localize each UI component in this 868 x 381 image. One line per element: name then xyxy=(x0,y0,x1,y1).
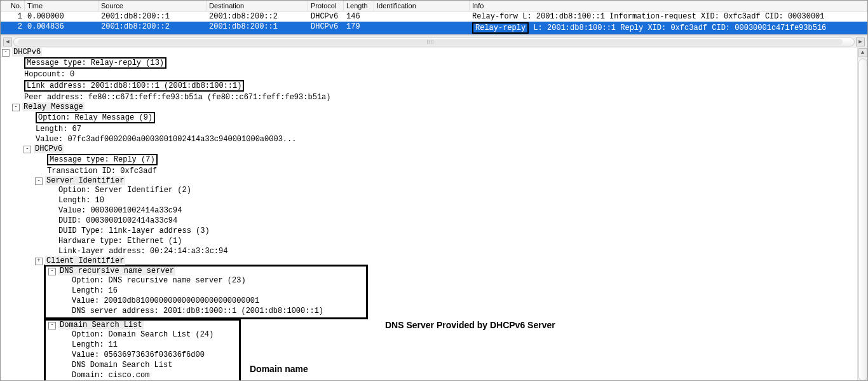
packet-row[interactable]: 1 0.000000 2001:db8:200::1 2001:db8:200:… xyxy=(1,11,867,22)
tree-item[interactable]: DUID Type: link-layer address (3) xyxy=(58,226,210,236)
scroll-left-icon[interactable]: ◀ xyxy=(3,38,12,46)
tree-toggle-icon[interactable]: - xyxy=(24,146,31,153)
cell-time: 0.000000 xyxy=(25,11,98,22)
cell-time: 0.004836 xyxy=(25,22,98,34)
annotation-dns-server: DNS Server Provided by DHCPv6 Server xyxy=(385,320,555,330)
column-header-identification[interactable]: Identification xyxy=(374,1,470,11)
tree-item[interactable]: DNS server address: 2001:db8:1000::1 (20… xyxy=(71,306,324,316)
column-header-source[interactable]: Source xyxy=(98,1,207,11)
tree-item[interactable]: Option: Domain Search List (24) xyxy=(71,329,214,340)
tree-item[interactable]: Value: 00030001002414a33c94 xyxy=(58,205,182,216)
scroll-right-icon[interactable]: ▶ xyxy=(856,38,865,46)
info-highlight-box: Relay-reply xyxy=(472,22,529,34)
scroll-track[interactable] xyxy=(13,38,855,46)
highlight-big-box-domain-search-list: - Domain Search List Option: Domain Sear… xyxy=(44,319,241,381)
column-header-no[interactable]: No. xyxy=(1,1,25,11)
cell-info: Relay-reply L: 2001:db8:100::1 Reply XID… xyxy=(470,22,867,34)
highlight-box: Message type: Relay-reply (13) xyxy=(24,57,166,69)
cell-identification xyxy=(374,11,470,22)
cell-protocol: DHCPv6 xyxy=(308,11,344,22)
tree-item-message-type[interactable]: Message type: Relay-reply (13) xyxy=(24,57,167,69)
tree-item-option[interactable]: Option: Relay Message (9) xyxy=(35,111,156,124)
cell-length: 146 xyxy=(344,11,374,22)
tree-toggle-icon[interactable]: - xyxy=(35,177,43,185)
highlight-box: Option: Relay Message (9) xyxy=(36,112,155,123)
tree-item-message-type[interactable]: Message type: Reply (7) xyxy=(46,153,158,166)
tree-item-client-identifier[interactable]: Client Identifier xyxy=(45,256,125,265)
cell-destination: 2001:db8:200::1 xyxy=(207,22,308,34)
scroll-track[interactable] xyxy=(858,59,867,381)
cell-no: 1 xyxy=(1,11,25,22)
tree-toggle-icon[interactable]: - xyxy=(2,49,10,57)
packet-list: No. Time Source Destination Protocol Len… xyxy=(1,1,867,35)
scroll-thumb[interactable] xyxy=(18,39,843,45)
tree-item[interactable]: Hardware type: Ethernet (1) xyxy=(58,236,182,246)
tree-toggle-icon[interactable]: + xyxy=(35,258,43,265)
tree-item[interactable]: Length: 10 xyxy=(58,195,105,205)
cell-length: 179 xyxy=(344,22,374,34)
tree-toggle-icon[interactable]: - xyxy=(48,322,56,329)
tree-item-server-identifier[interactable]: Server Identifier xyxy=(45,176,125,185)
tree-toggle-icon[interactable]: - xyxy=(48,268,56,275)
tree-item[interactable]: Option: DNS recursive name server (23) xyxy=(71,275,247,286)
packet-details-pane: - DHCPv6 Message type: Relay-reply (13) … xyxy=(1,48,867,381)
tree-item[interactable]: Length: 16 xyxy=(71,286,118,296)
tree-item[interactable]: DNS Domain Search List xyxy=(71,360,173,370)
cell-source: 2001:db8:200::2 xyxy=(98,22,207,34)
cell-no: 2 xyxy=(1,22,25,34)
tree-item[interactable]: Value: 05636973636f03636f6d00 xyxy=(71,350,205,360)
column-header-protocol[interactable]: Protocol xyxy=(308,1,344,11)
tree-item[interactable]: Option: Server Identifier (2) xyxy=(58,185,192,195)
cell-destination: 2001:db8:200::2 xyxy=(207,11,308,22)
annotation-domain-name: Domain name xyxy=(250,364,308,374)
highlight-big-box-dns: - DNS recursive name server Option: DNS … xyxy=(44,265,368,319)
tree-item-link-address[interactable]: Link address: 2001:db8:100::1 (2001:db8:… xyxy=(24,80,245,92)
tree-item-dhcpv6-inner[interactable]: DHCPv6 xyxy=(34,144,64,153)
tree-item-peer-address[interactable]: Peer address: fe80::c671:feff:fe93:b51a … xyxy=(24,92,331,102)
tree-item[interactable]: Length: 11 xyxy=(71,340,118,350)
info-text: L: 2001:db8:100::1 Reply XID: 0xfc3adf C… xyxy=(533,24,826,32)
scroll-up-icon[interactable]: ▲ xyxy=(858,48,867,57)
tree-item[interactable]: Value: 20010db81000000000000000000000000… xyxy=(71,296,260,306)
packet-row[interactable]: 2 0.004836 2001:db8:200::2 2001:db8:200:… xyxy=(1,22,867,34)
cell-info: Relay-forw L: 2001:db8:100::1 Informatio… xyxy=(470,11,867,22)
cell-protocol: DHCPv6 xyxy=(308,22,344,34)
tree-item-transaction-id[interactable]: Transaction ID: 0xfc3adf xyxy=(46,166,158,176)
column-header-destination[interactable]: Destination xyxy=(207,1,308,11)
column-header-time[interactable]: Time xyxy=(25,1,98,11)
tree-item[interactable]: Link-layer address: 00:24:14:a3:3c:94 xyxy=(58,246,228,256)
tree-item-length[interactable]: Length: 67 xyxy=(35,124,82,134)
highlight-box: Link address: 2001:db8:100::1 (2001:db8:… xyxy=(24,80,244,92)
column-header-length[interactable]: Length xyxy=(344,1,374,11)
tree-item[interactable]: Domain: cisco.com xyxy=(71,370,150,380)
tree-item-hopcount[interactable]: Hopcount: 0 xyxy=(24,69,75,80)
tree-item-domain-search-list[interactable]: Domain Search List xyxy=(58,321,144,329)
tree-toggle-icon[interactable]: - xyxy=(12,104,20,111)
cell-source: 2001:db8:200::1 xyxy=(98,11,207,22)
cell-identification xyxy=(374,22,470,34)
wireshark-window: No. Time Source Destination Protocol Len… xyxy=(0,0,868,381)
column-header-info[interactable]: Info xyxy=(470,1,867,11)
tree-item[interactable]: DUID: 00030001002414a33c94 xyxy=(58,216,178,226)
vertical-scrollbar[interactable]: ▲ ▼ xyxy=(857,48,867,381)
tree-item-dns-recursive[interactable]: DNS recursive name server xyxy=(58,267,175,275)
packet-list-header: No. Time Source Destination Protocol Len… xyxy=(1,1,867,11)
tree-item-dhcpv6[interactable]: DHCPv6 xyxy=(12,48,42,57)
horizontal-scrollbar[interactable]: ◀ ▶ xyxy=(1,35,867,48)
tree-item-value[interactable]: Value: 07fc3adf0002000a0003001002414a33c… xyxy=(35,134,297,144)
tree-item-relay-message[interactable]: Relay Message xyxy=(22,102,85,111)
highlight-box: Message type: Reply (7) xyxy=(47,154,158,165)
